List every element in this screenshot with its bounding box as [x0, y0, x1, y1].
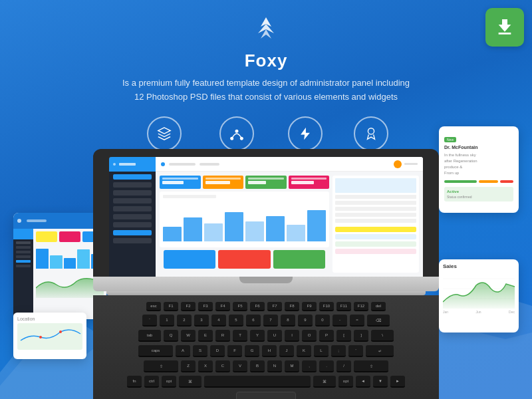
key-quote[interactable]: ' [348, 345, 363, 357]
key-m[interactable]: M [285, 360, 299, 372]
key-cmd-right[interactable]: ⌘ [313, 376, 336, 388]
key-5[interactable]: 5 [229, 315, 243, 327]
sales-chart [443, 272, 515, 309]
key-9[interactable]: 9 [298, 315, 313, 327]
download-button[interactable] [485, 8, 524, 47]
sidebar-item-4 [113, 206, 152, 211]
svg-point-14 [59, 331, 62, 333]
key-tab[interactable]: tab [138, 330, 161, 342]
key-alt-right[interactable]: opt [338, 376, 353, 388]
key-ctrl[interactable]: ctrl [144, 376, 159, 388]
key-f[interactable]: F [227, 345, 242, 357]
key-2[interactable]: 2 [177, 315, 192, 327]
key-t[interactable]: T [233, 330, 247, 342]
key-f12[interactable]: F12 [354, 302, 368, 311]
trackpad[interactable] [236, 392, 296, 399]
svg-point-13 [39, 336, 42, 338]
key-f5[interactable]: F5 [233, 302, 247, 311]
key-equals[interactable]: = [350, 315, 364, 327]
key-1[interactable]: 1 [160, 315, 174, 327]
key-l[interactable]: L [314, 345, 329, 357]
key-lbracket[interactable]: [ [336, 330, 351, 342]
side-card-info: New Dr. McFountain In the fullness skyaf… [439, 126, 519, 213]
bar-4 [225, 212, 243, 241]
key-b[interactable]: B [250, 360, 265, 372]
key-f2[interactable]: F2 [181, 302, 196, 311]
key-c[interactable]: C [215, 360, 230, 372]
laptop-screen-outer [93, 149, 439, 277]
key-e[interactable]: E [198, 330, 213, 342]
key-slash[interactable]: / [336, 360, 351, 372]
location-map [17, 323, 82, 350]
key-f10[interactable]: F10 [319, 302, 334, 311]
key-k[interactable]: K [297, 345, 311, 357]
topbar-avatar [394, 160, 402, 168]
key-v[interactable]: V [233, 360, 247, 372]
key-enter[interactable]: ↵ [366, 345, 394, 357]
key-cmd-left[interactable]: ⌘ [179, 376, 201, 388]
key-rbracket[interactable]: ] [354, 330, 368, 342]
key-w[interactable]: W [181, 330, 196, 342]
key-d[interactable]: D [210, 345, 225, 357]
key-o[interactable]: O [302, 330, 317, 342]
key-n[interactable]: N [267, 360, 282, 372]
key-a[interactable]: A [176, 345, 190, 357]
key-fn[interactable]: fn [127, 376, 142, 388]
key-z[interactable]: Z [181, 360, 196, 372]
key-backspace[interactable]: ⌫ [367, 315, 390, 327]
key-s[interactable]: S [193, 345, 207, 357]
key-u[interactable]: U [267, 330, 282, 342]
key-x[interactable]: X [198, 360, 213, 372]
key-7[interactable]: 7 [263, 315, 278, 327]
key-semicolon[interactable]: ; [331, 345, 346, 357]
key-alt-left[interactable]: opt [162, 376, 176, 388]
download-icon [494, 17, 515, 38]
key-j[interactable]: J [279, 345, 294, 357]
key-p[interactable]: P [319, 330, 334, 342]
table-highlight-pink [335, 249, 416, 254]
key-shift-left[interactable]: ⇧ [144, 360, 178, 372]
key-y[interactable]: Y [250, 330, 265, 342]
bar-5 [245, 221, 264, 241]
key-f4[interactable]: F4 [215, 302, 230, 311]
key-3[interactable]: 3 [194, 315, 209, 327]
status-bar-orange [479, 180, 498, 183]
key-f8[interactable]: F8 [285, 302, 299, 311]
key-space[interactable] [204, 376, 311, 388]
key-h[interactable]: H [262, 345, 277, 357]
laptop-screen [109, 157, 423, 277]
key-f11[interactable]: F11 [336, 302, 351, 311]
key-f1[interactable]: F1 [164, 302, 178, 311]
map-svg [17, 323, 82, 350]
key-6[interactable]: 6 [246, 315, 261, 327]
key-0[interactable]: 0 [315, 315, 330, 327]
key-arrow-left[interactable]: ◄ [356, 376, 370, 388]
key-f9[interactable]: F9 [302, 302, 317, 311]
key-minus[interactable]: - [332, 315, 347, 327]
key-caps[interactable]: caps [138, 345, 173, 357]
key-f6[interactable]: F6 [250, 302, 265, 311]
key-period[interactable]: . [319, 360, 334, 372]
key-esc[interactable]: esc [146, 302, 161, 311]
stat-line-1 [162, 178, 198, 180]
key-f3[interactable]: F3 [198, 302, 213, 311]
key-shift-right[interactable]: ⇧ [354, 360, 388, 372]
key-comma[interactable]: , [302, 360, 317, 372]
key-row-fn: esc F1 F2 F3 F4 F5 F6 F7 F8 F9 F10 F11 F… [113, 302, 419, 311]
stat-value-1 [162, 181, 184, 184]
key-arrow-right[interactable]: ► [390, 376, 405, 388]
key-8[interactable]: 8 [281, 315, 295, 327]
key-r[interactable]: R [215, 330, 230, 342]
key-backslash[interactable]: \ [371, 330, 394, 342]
key-4[interactable]: 4 [211, 315, 226, 327]
key-f7[interactable]: F7 [267, 302, 282, 311]
svg-point-7 [241, 137, 243, 140]
key-delete[interactable]: del [371, 302, 386, 311]
key-q[interactable]: Q [164, 330, 178, 342]
key-i[interactable]: I [285, 330, 299, 342]
laptop-base [93, 277, 439, 291]
key-g[interactable]: G [245, 345, 259, 357]
mini-bar-4 [77, 249, 90, 269]
key-arrow-down[interactable]: ▼ [373, 376, 388, 388]
key-backtick[interactable]: ` [142, 315, 157, 327]
